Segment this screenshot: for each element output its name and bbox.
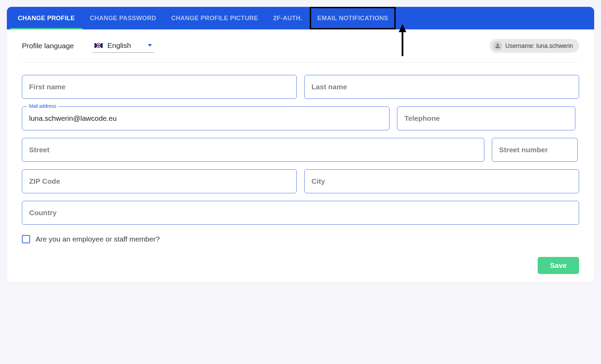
employee-checkbox-row: Are you an employee or staff member? [22, 235, 579, 243]
tab-change-profile-picture[interactable]: CHANGE PROFILE PICTURE [164, 7, 266, 29]
zip-code-field-wrapper [22, 169, 297, 193]
employee-checkbox-label: Are you an employee or staff member? [36, 235, 160, 243]
tab-change-profile[interactable]: CHANGE PROFILE [10, 7, 82, 29]
profile-form: Mail address [22, 75, 579, 274]
street-input[interactable] [29, 146, 477, 154]
svg-marker-1 [399, 24, 406, 32]
tab-email-notifications[interactable]: EMAIL NOTIFICATIONS [310, 7, 396, 29]
username-badge: Username: luna.schwerin [490, 39, 579, 53]
first-name-input[interactable] [29, 83, 290, 91]
form-actions: Save [22, 257, 579, 274]
first-name-field-wrapper [22, 75, 297, 99]
save-button[interactable]: Save [538, 257, 579, 274]
avatar-icon [493, 41, 502, 50]
tabs-bar: CHANGE PROFILE CHANGE PASSWORD CHANGE PR… [7, 7, 594, 29]
street-number-field-wrapper [492, 138, 578, 162]
tab-change-password[interactable]: CHANGE PASSWORD [82, 7, 164, 29]
mail-address-input[interactable] [29, 114, 382, 122]
tab-label: 2F-AUTH. [273, 15, 302, 22]
mail-address-legend: Mail address [27, 103, 58, 109]
language-selected-value: English [107, 41, 143, 50]
telephone-field-wrapper [397, 106, 575, 130]
username-text: Username: luna.schwerin [506, 42, 573, 50]
card-body: Profile language English Username: luna.… [7, 29, 594, 282]
city-input[interactable] [311, 177, 572, 185]
uk-flag-icon [94, 43, 103, 48]
profile-settings-card: CHANGE PROFILE CHANGE PASSWORD CHANGE PR… [7, 7, 594, 282]
last-name-field-wrapper [304, 75, 579, 99]
tab-label: CHANGE PROFILE PICTURE [171, 15, 258, 22]
tab-2f-auth[interactable]: 2F-AUTH. [266, 7, 310, 29]
employee-checkbox[interactable] [22, 235, 30, 243]
top-row: Profile language English Username: luna.… [22, 39, 579, 63]
language-section: Profile language English [22, 39, 154, 53]
language-label: Profile language [22, 42, 74, 50]
language-select[interactable]: English [92, 39, 154, 53]
last-name-input[interactable] [311, 83, 572, 91]
telephone-input[interactable] [404, 114, 568, 122]
country-input[interactable] [29, 209, 572, 217]
tab-label: EMAIL NOTIFICATIONS [317, 15, 388, 22]
street-number-input[interactable] [499, 146, 571, 154]
zip-code-input[interactable] [29, 177, 290, 185]
city-field-wrapper [304, 169, 579, 193]
chevron-down-icon [148, 44, 152, 47]
mail-address-field-wrapper: Mail address [22, 106, 389, 130]
country-field-wrapper [22, 201, 579, 225]
tab-label: CHANGE PASSWORD [90, 15, 156, 22]
tab-label: CHANGE PROFILE [18, 15, 75, 22]
street-field-wrapper [22, 138, 484, 162]
arrow-annotation-icon [398, 23, 407, 57]
